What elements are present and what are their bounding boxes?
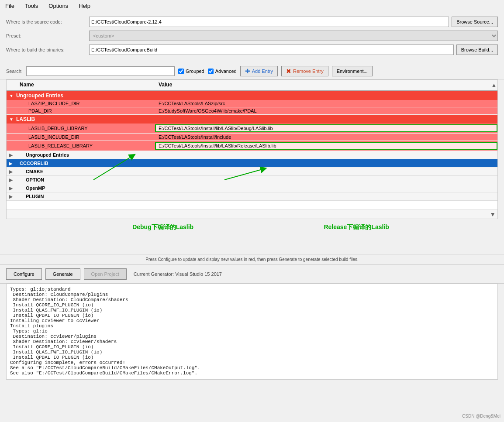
table-row[interactable]: LASZIP_INCLUDE_DIR E:/CCTest/LAStools/LA… [7,100,497,107]
cmake-group-header[interactable]: ▶ CMAKE [7,168,497,176]
cccorelib-label: CCCORELIB [20,161,495,166]
configure-button[interactable]: Configure [6,268,42,280]
annotation-labels: Debug下编译的Laslib Release下编译的Laslib [6,219,498,231]
advanced-checkbox-label[interactable]: Advanced [208,69,237,74]
advanced-label: Advanced [215,69,237,74]
row-value-laslib-debug: E:/CCTest/LAStools/Install/lib/LASlib/De… [155,124,497,132]
release-annotation: Release下编译的Laslib [324,223,389,231]
row-value-pdal: E:/StudySoftWare/OSGeo4W/lib/cmake/PDAL [155,108,497,113]
table-wrapper: Name Value ▲ ▼ Ungrouped Entries LASZIP_… [0,79,504,254]
add-entry-button[interactable]: ✚ Add Entry [240,66,278,76]
generate-button[interactable]: Generate [45,268,80,280]
table-scroll[interactable]: ▼ Ungrouped Entries LASZIP_INCLUDE_DIR E… [7,91,497,209]
binaries-row: Where to build the binaries: Browse Buil… [6,45,498,55]
bottom-buttons: Configure Generate Open Project Current … [0,265,504,284]
row-value-laszip: E:/CCTest/LAStools/LASzip/src [155,101,497,106]
advanced-checkbox[interactable] [208,69,214,74]
preset-label: Preset: [6,33,89,38]
add-entry-label: Add Entry [252,69,273,74]
remove-entry-label: Remove Entry [293,69,324,74]
option-group-header[interactable]: ▶ OPTION [7,176,497,184]
preset-select[interactable]: <custom> [89,31,498,41]
plugin-label: PLUGIN [15,194,44,199]
add-icon: ✚ [245,68,250,75]
table-header: Name Value ▲ [7,80,497,91]
row-name-laslib-release: LASLIB_RELEASE_LIBRARY [7,143,155,148]
table-row[interactable]: LASLIB_RELEASE_LIBRARY E:/CCTest/LAStool… [7,141,497,151]
row-name-laslib-include: LASLIB_INCLUDE_DIR [7,134,155,140]
cccorelib-toggle[interactable]: ▶ [9,161,20,166]
openmp-group-header[interactable]: ▶ OpenMP [7,184,497,192]
grouped-checkbox[interactable] [178,69,184,74]
remove-icon: ✖ [286,68,291,75]
debug-annotation: Debug下编译的Laslib [132,223,193,231]
browse-source-button[interactable]: Browse Source... [452,17,498,27]
ungrouped-entries-header-2[interactable]: ▶ Ungrouped Entries [7,151,497,159]
generator-info: Current Generator: Visual Studio 15 2017 [134,271,222,277]
form-area: Where is the source code: Browse Source.… [0,12,504,63]
menu-options[interactable]: Options [47,2,70,10]
table-row[interactable]: LASLIB_INCLUDE_DIR E:/CCTest/LAStools/In… [7,134,497,141]
col-value-header: Value [155,82,490,89]
collapse-toggle-plugin[interactable]: ▶ [9,194,13,199]
source-label: Where is the source code: [6,19,89,24]
menu-file[interactable]: File [3,2,16,10]
option-label: OPTION [15,177,44,182]
binaries-input[interactable] [89,45,454,55]
laslib-group-header[interactable]: ▼ LASLIB [7,115,497,124]
search-label: Search: [6,69,23,74]
remove-entry-button[interactable]: ✖ Remove Entry [281,66,328,76]
row-value-laslib-release: E:/CCTest/LAStools/Install/lib/LASlib/Re… [155,142,497,150]
cmake-label: CMAKE [15,169,43,174]
scroll-up-arrow[interactable]: ▲ [490,82,497,89]
menu-tools[interactable]: Tools [23,2,40,10]
ungrouped-entries-header-1[interactable]: ▼ Ungrouped Entries [7,91,497,100]
table-row[interactable]: LASLIB_DEBUG_LIBRARY E:/CCTest/LAStools/… [7,124,497,134]
collapse-toggle-openmp[interactable]: ▶ [9,186,13,191]
collapse-toggle-cmake[interactable]: ▶ [9,169,13,174]
collapse-toggle-2[interactable]: ▶ [9,153,13,158]
cmake-table: Name Value ▲ ▼ Ungrouped Entries LASZIP_… [6,79,498,219]
menu-help[interactable]: Help [77,2,92,10]
binaries-label: Where to build the binaries: [6,47,89,52]
ungrouped-entries-label-2: Ungrouped Entries [15,152,69,158]
environment-button[interactable]: Environment... [332,66,373,76]
table-bottom-spacer [7,201,497,209]
col-name-header: Name [7,82,155,89]
row-name-pdal: PDAL_DIR [7,108,155,113]
scroll-down-area: ▼ [7,209,497,219]
preset-row: Preset: <custom> [6,31,498,41]
row-name-laszip: LASZIP_INCLUDE_DIR [7,101,155,106]
table-row[interactable]: PDAL_DIR E:/StudySoftWare/OSGeo4W/lib/cm… [7,107,497,115]
environment-label: Environment... [337,69,368,74]
search-input[interactable] [26,66,175,76]
ungrouped-entries-label-1: Ungrouped Entries [16,93,63,99]
collapse-toggle-1[interactable]: ▼ [9,93,14,98]
source-input[interactable] [89,17,449,27]
plugin-group-header[interactable]: ▶ PLUGIN [7,192,497,201]
collapse-toggle-laslib[interactable]: ▼ [9,117,14,122]
grouped-label: Grouped [186,69,204,74]
row-value-laslib-include: E:/CCTest/LAStools/Install/include [155,134,497,140]
openmp-label: OpenMP [15,185,45,191]
log-area[interactable]: Types: gl;io;standard Destination: Cloud… [6,284,498,380]
laslib-label: LASLIB [16,116,35,122]
row-name-laslib-debug: LASLIB_DEBUG_LIBRARY [7,126,155,131]
browse-build-button[interactable]: Browse Build... [456,45,498,55]
scroll-down-arrow[interactable]: ▼ [490,211,496,218]
collapse-toggle-option[interactable]: ▶ [9,178,13,182]
cccorelib-row[interactable]: ▶ CCCORELIB [7,159,497,168]
open-project-button[interactable]: Open Project [84,268,127,280]
grouped-checkbox-label[interactable]: Grouped [178,69,204,74]
menubar: File Tools Options Help [0,0,504,12]
search-bar: Search: Grouped Advanced ✚ Add Entry ✖ R… [0,63,504,79]
annotation-area: Debug下编译的Laslib Release下编译的Laslib [6,219,498,254]
status-bar: Press Configure to update and display ne… [0,254,504,265]
source-row: Where is the source code: Browse Source.… [6,17,498,27]
